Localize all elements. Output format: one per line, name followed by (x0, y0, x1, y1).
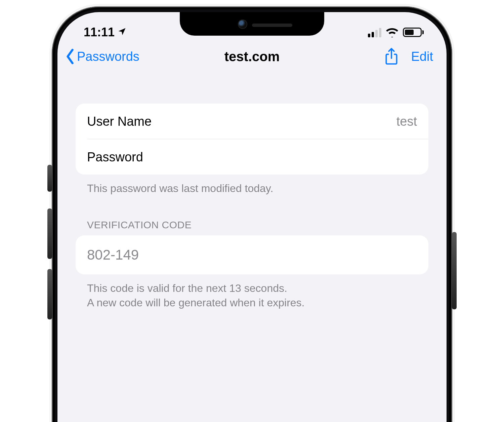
earpiece (252, 24, 292, 27)
cellular-icon (368, 27, 381, 37)
content: User Name test Password This password wa… (57, 77, 447, 310)
verification-footnote: This code is valid for the next 13 secon… (76, 274, 428, 310)
verification-code-row[interactable]: 802-149 (76, 235, 428, 274)
status-right (368, 27, 424, 37)
password-label: Password (87, 150, 143, 164)
chevron-left-icon (65, 48, 76, 65)
volume-down-button (47, 269, 52, 319)
share-button[interactable] (384, 48, 398, 65)
volume-up-button (47, 208, 52, 259)
verification-footnote-line1: This code is valid for the next 13 secon… (87, 282, 287, 294)
username-row[interactable]: User Name test (76, 104, 428, 139)
front-camera (238, 20, 247, 29)
back-label: Passwords (77, 49, 139, 64)
nav-bar: Passwords test.com Edit (57, 36, 447, 77)
notch (180, 12, 324, 36)
side-button (452, 232, 457, 309)
username-value: test (396, 114, 417, 129)
verification-header: VERIFICATION CODE (76, 196, 428, 235)
wifi-icon (385, 27, 399, 37)
device-frame: 11:11 (52, 7, 452, 422)
password-footnote: This password was last modified today. (76, 175, 428, 196)
mute-switch (47, 165, 52, 192)
password-row[interactable]: Password (76, 139, 428, 175)
battery-icon (403, 28, 424, 37)
verification-group: 802-149 (76, 235, 428, 274)
edit-button[interactable]: Edit (411, 49, 433, 64)
username-label: User Name (87, 114, 152, 129)
verification-code-value: 802-149 (87, 247, 139, 263)
verification-footnote-line2: A new code will be generated when it exp… (87, 297, 305, 309)
back-button[interactable]: Passwords (65, 48, 139, 65)
credentials-group: User Name test Password (76, 104, 428, 175)
screen: 11:11 (57, 12, 447, 422)
